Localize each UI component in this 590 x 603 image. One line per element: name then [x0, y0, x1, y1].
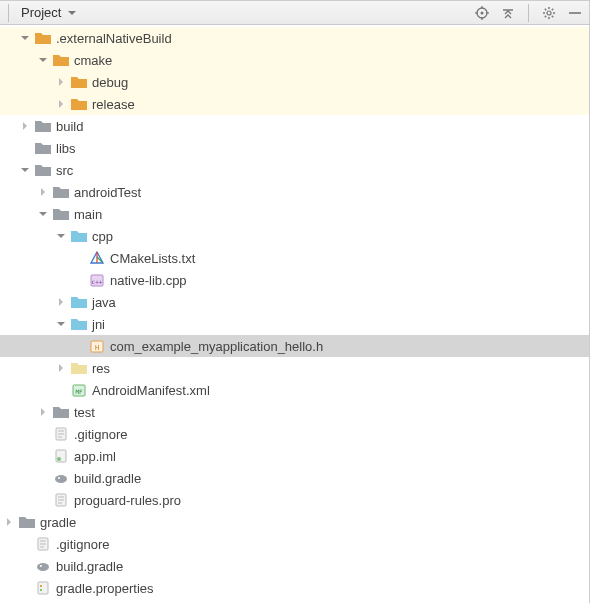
tree-label: gradle	[40, 515, 76, 530]
tree-node-gradleprops[interactable]: gradle.properties	[0, 577, 589, 599]
svg-point-7	[547, 11, 551, 15]
gear-icon[interactable]	[539, 3, 559, 23]
tree-node-appiml[interactable]: app.iml	[0, 445, 589, 467]
tree-label: com_example_myapplication_hello.h	[110, 339, 323, 354]
tree-label: proguard-rules.pro	[74, 493, 181, 508]
svg-rect-16	[569, 12, 581, 14]
cpp-file-icon: c++	[89, 272, 105, 288]
svg-point-29	[55, 475, 67, 483]
chevron-right-icon	[36, 185, 50, 199]
tree-label: androidTest	[74, 185, 141, 200]
tree-label: build.gradle	[56, 559, 123, 574]
text-file-icon	[35, 536, 51, 552]
tree-label: debug	[92, 75, 128, 90]
folder-grey-icon	[53, 404, 69, 420]
tree-label: AndroidManifest.xml	[92, 383, 210, 398]
tree-node-build[interactable]: build	[0, 115, 589, 137]
properties-file-icon	[35, 580, 51, 596]
tree-label: cmake	[74, 53, 112, 68]
chevron-right-icon	[54, 361, 68, 375]
tree-label: native-lib.cpp	[110, 273, 187, 288]
tree-label: .gitignore	[56, 537, 109, 552]
tree-node-manifest[interactable]: MF AndroidManifest.xml	[0, 379, 589, 401]
folder-grey-icon	[35, 118, 51, 134]
tree-node-release[interactable]: release	[0, 93, 589, 115]
folder-grey-icon	[35, 140, 51, 156]
svg-line-13	[552, 15, 553, 16]
tree-node-jni[interactable]: jni	[0, 313, 589, 335]
tree-label: .gitignore	[74, 427, 127, 442]
tree-node-main[interactable]: main	[0, 203, 589, 225]
tree-node-gitignore2[interactable]: .gitignore	[0, 533, 589, 555]
folder-source-icon	[71, 294, 87, 310]
tree-node-debug[interactable]: debug	[0, 71, 589, 93]
tree-node-helloh[interactable]: H com_example_myapplication_hello.h	[0, 335, 589, 357]
tree-node-cmake[interactable]: cmake	[0, 49, 589, 71]
chevron-down-icon	[18, 31, 32, 45]
tree-label: libs	[56, 141, 76, 156]
tree-label: cpp	[92, 229, 113, 244]
folder-grey-icon	[53, 184, 69, 200]
gradle-file-icon	[35, 558, 51, 574]
dropdown-chevron-icon	[65, 6, 79, 20]
folder-res-icon	[71, 360, 87, 376]
folder-source-icon	[71, 316, 87, 332]
chevron-right-icon	[18, 119, 32, 133]
tree-node-nativelib[interactable]: c++ native-lib.cpp	[0, 269, 589, 291]
chevron-right-icon	[36, 405, 50, 419]
tree-label: release	[92, 97, 135, 112]
tree-node-libs[interactable]: libs	[0, 137, 589, 159]
cmake-file-icon	[89, 250, 105, 266]
tree-node-gradle[interactable]: gradle	[0, 511, 589, 533]
tree-node-androidTest[interactable]: androidTest	[0, 181, 589, 203]
tree-node-gitignore1[interactable]: .gitignore	[0, 423, 589, 445]
svg-text:c++: c++	[92, 278, 103, 285]
gradle-file-icon	[53, 470, 69, 486]
tree-node-cmakelists[interactable]: CMakeLists.txt	[0, 247, 589, 269]
svg-point-39	[37, 563, 49, 571]
svg-text:H: H	[95, 344, 99, 352]
chevron-down-icon	[36, 207, 50, 221]
tree-label: CMakeLists.txt	[110, 251, 195, 266]
svg-point-1	[481, 11, 484, 14]
tree-node-buildgradle2[interactable]: build.gradle	[0, 555, 589, 577]
tree-node-externalNativeBuild[interactable]: .externalNativeBuild	[0, 27, 589, 49]
tree-node-gradlew[interactable]: gradlew	[0, 599, 589, 603]
collapse-all-icon[interactable]	[498, 3, 518, 23]
svg-point-40	[40, 565, 42, 567]
text-file-icon	[53, 426, 69, 442]
tree-label: res	[92, 361, 110, 376]
tree-node-buildgradle1[interactable]: build.gradle	[0, 467, 589, 489]
iml-file-icon	[53, 448, 69, 464]
tree-node-test[interactable]: test	[0, 401, 589, 423]
project-tab[interactable]: Project	[15, 3, 88, 22]
folder-icon	[71, 74, 87, 90]
project-tree: .externalNativeBuild cmake debug release…	[0, 25, 589, 603]
svg-rect-43	[40, 589, 42, 591]
tree-label: java	[92, 295, 116, 310]
hide-icon[interactable]	[565, 3, 585, 23]
svg-line-14	[545, 15, 546, 16]
svg-point-30	[58, 477, 60, 479]
tree-node-java[interactable]: java	[0, 291, 589, 313]
tree-node-res[interactable]: res	[0, 357, 589, 379]
chevron-down-icon	[54, 317, 68, 331]
folder-grey-icon	[19, 514, 35, 530]
project-tab-label: Project	[21, 5, 61, 20]
target-icon[interactable]	[472, 3, 492, 23]
chevron-right-icon	[2, 515, 16, 529]
tree-label: build	[56, 119, 83, 134]
tree-node-proguard[interactable]: proguard-rules.pro	[0, 489, 589, 511]
text-file-icon	[53, 492, 69, 508]
manifest-file-icon: MF	[71, 382, 87, 398]
tree-label: src	[56, 163, 73, 178]
header-file-icon: H	[89, 338, 105, 354]
folder-grey-icon	[35, 162, 51, 178]
tree-node-cpp[interactable]: cpp	[0, 225, 589, 247]
folder-icon	[53, 52, 69, 68]
toolbar-separator	[8, 4, 9, 22]
tree-node-src[interactable]: src	[0, 159, 589, 181]
chevron-right-icon	[54, 97, 68, 111]
chevron-right-icon	[54, 75, 68, 89]
tree-label: app.iml	[74, 449, 116, 464]
